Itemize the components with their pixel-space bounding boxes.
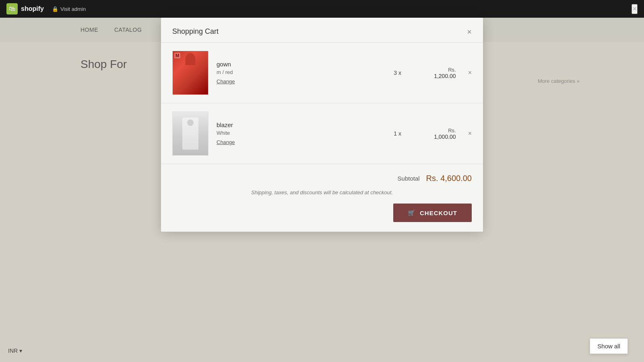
cart-item-gown: gown m / red Change 3 x Rs. 1,200.00 ×	[161, 43, 483, 103]
topbar: 🛍 shopify 🔒 Visit admin ×	[0, 0, 644, 18]
cart-icon: 🛒	[408, 209, 416, 216]
blazer-product-image	[172, 111, 208, 156]
cart-footer: Subtotal Rs. 4,600.00 Shipping, taxes, a…	[161, 164, 483, 232]
blazer-price: Rs. 1,000.00	[416, 128, 456, 140]
gown-price-currency: Rs.	[416, 67, 456, 73]
brand-name: shopify	[21, 5, 44, 12]
blazer-name: blazer	[217, 121, 380, 128]
subtotal-row: Subtotal Rs. 4,600.00	[172, 174, 472, 183]
more-categories-link[interactable]: More categories »	[538, 78, 580, 84]
gown-remove-button[interactable]: ×	[464, 69, 472, 76]
main-background: HOME CATALOG Shop For More categories » …	[0, 18, 644, 362]
blazer-figure	[182, 117, 198, 150]
gown-price: Rs. 1,200.00	[416, 67, 456, 79]
gown-quantity: 3 x	[388, 70, 408, 76]
show-all-button[interactable]: Show all	[590, 338, 628, 354]
gown-details: gown m / red Change	[217, 61, 380, 85]
modal-header: Shopping Cart ×	[161, 18, 483, 43]
nav-catalog[interactable]: CATALOG	[114, 27, 142, 33]
shopping-cart-modal: Shopping Cart × gown m / red Change 3 x …	[161, 18, 483, 232]
currency-selector[interactable]: INR ▾	[8, 348, 22, 354]
blazer-price-value: 1,000.00	[416, 134, 456, 140]
checkout-label: CHECKOUT	[420, 210, 457, 216]
modal-close-button[interactable]: ×	[467, 28, 472, 36]
currency-label: INR	[8, 348, 18, 354]
blazer-variant: White	[217, 130, 380, 136]
lock-icon: 🔒	[52, 6, 58, 12]
gown-variant: m / red	[217, 69, 380, 75]
gown-change-button[interactable]: Change	[217, 78, 235, 84]
close-preview-button[interactable]: ×	[632, 4, 638, 14]
shipping-note: Shipping, taxes, and discounts will be c…	[172, 189, 472, 195]
blazer-details: blazer White Change	[217, 121, 380, 146]
blazer-quantity: 1 x	[388, 130, 408, 137]
currency-dropdown-icon: ▾	[19, 348, 22, 354]
modal-title: Shopping Cart	[172, 27, 219, 36]
gown-price-value: 1,200.00	[416, 73, 456, 79]
subtotal-value: Rs. 4,600.00	[426, 174, 472, 183]
gown-name: gown	[217, 61, 380, 68]
nav-home[interactable]: HOME	[80, 27, 98, 33]
visit-admin-link[interactable]: 🔒 Visit admin	[52, 6, 86, 12]
checkout-row: 🛒 CHECKOUT	[172, 204, 472, 222]
blazer-change-button[interactable]: Change	[217, 139, 235, 145]
checkout-button[interactable]: 🛒 CHECKOUT	[393, 204, 472, 222]
subtotal-label: Subtotal	[398, 175, 420, 182]
blazer-price-currency: Rs.	[416, 128, 456, 134]
shopify-bag-icon: 🛍	[6, 3, 18, 14]
blazer-remove-button[interactable]: ×	[464, 130, 472, 137]
shopify-logo: 🛍 shopify	[6, 3, 44, 14]
cart-item-blazer: blazer White Change 1 x Rs. 1,000.00 ×	[161, 103, 483, 164]
gown-product-image	[172, 51, 208, 95]
